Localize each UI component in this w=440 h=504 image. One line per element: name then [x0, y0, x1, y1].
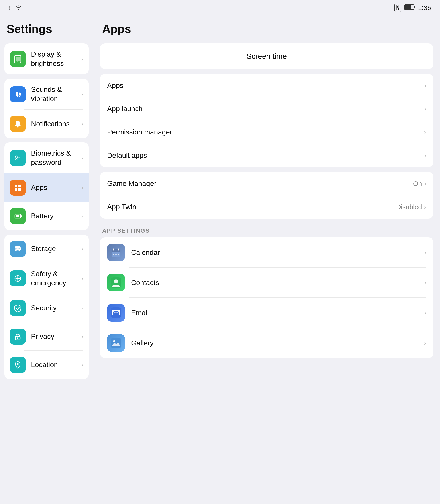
apps-sub-label: Apps — [107, 81, 424, 90]
permission-manager-chevron: › — [424, 129, 426, 136]
svg-rect-14 — [21, 215, 22, 217]
alert-icon: ! — [9, 4, 10, 11]
gallery-label: Gallery — [131, 339, 424, 347]
battery-settings-icon — [10, 208, 26, 224]
email-chevron: › — [424, 309, 426, 316]
email-icon — [107, 304, 125, 322]
safety-label: Safety & emergency — [31, 269, 79, 288]
sidebar-item-display[interactable]: Display & brightness › — [4, 43, 89, 74]
privacy-label: Privacy — [31, 332, 79, 341]
svg-point-8 — [15, 156, 18, 158]
settings-card-biometrics: Biometrics & password › Apps › — [4, 142, 89, 230]
battery-label: Battery — [31, 211, 79, 221]
privacy-chevron: › — [81, 333, 83, 340]
display-label: Display & brightness — [31, 50, 79, 68]
battery-chevron: › — [81, 212, 83, 220]
biometrics-chevron: › — [81, 154, 83, 162]
apps-panel-title: Apps — [100, 22, 433, 36]
location-label: Location — [31, 360, 79, 370]
biometrics-icon — [10, 150, 26, 166]
nfc-icon: N — [394, 3, 401, 12]
apps-chevron: › — [81, 184, 83, 191]
sidebar-item-battery[interactable]: Battery › — [4, 202, 89, 230]
svg-rect-39 — [111, 338, 121, 348]
apps-sub-chevron: › — [424, 82, 426, 89]
svg-rect-30 — [113, 249, 114, 251]
svg-marker-6 — [16, 91, 18, 97]
sidebar-item-safety[interactable]: Safety & emergency › — [4, 263, 89, 294]
storage-icon — [10, 241, 26, 257]
svg-point-25 — [17, 337, 18, 339]
svg-rect-12 — [18, 188, 21, 191]
settings-left-panel: Settings Display & brightness › — [0, 15, 93, 504]
apps-label: Apps — [31, 183, 79, 192]
svg-rect-10 — [18, 184, 21, 187]
safety-chevron: › — [81, 275, 83, 282]
svg-rect-2 — [414, 6, 415, 8]
svg-rect-34 — [118, 253, 119, 255]
contacts-app-item[interactable]: Contacts › — [100, 267, 433, 298]
contacts-chevron: › — [424, 279, 426, 286]
storage-chevron: › — [81, 245, 83, 252]
sounds-icon — [10, 86, 26, 102]
svg-point-40 — [113, 340, 115, 342]
sidebar-item-privacy[interactable]: Privacy › — [4, 322, 89, 351]
settings-card-storage: Storage › Safety & emergency › — [4, 235, 89, 379]
game-manager-value: On — [413, 180, 422, 187]
battery-icon — [404, 4, 416, 12]
gallery-icon — [107, 334, 125, 352]
gallery-chevron: › — [424, 339, 426, 347]
apps-sub-item[interactable]: Apps › — [100, 74, 433, 97]
game-manager-item[interactable]: Game Manager On › — [100, 172, 433, 195]
svg-rect-32 — [113, 253, 114, 255]
sidebar-item-security[interactable]: Security › — [4, 294, 89, 322]
email-label: Email — [131, 309, 424, 317]
default-apps-label: Default apps — [107, 151, 424, 159]
contacts-label: Contacts — [131, 279, 424, 287]
svg-point-36 — [114, 279, 118, 283]
game-manager-chevron: › — [424, 180, 426, 187]
app-launch-item[interactable]: App launch › — [100, 97, 433, 120]
svg-rect-1 — [405, 5, 411, 9]
default-apps-chevron: › — [424, 152, 426, 159]
svg-rect-4 — [16, 56, 20, 61]
contacts-icon — [107, 274, 125, 292]
storage-label: Storage — [31, 244, 79, 253]
sidebar-item-notifications[interactable]: Notifications › — [4, 110, 89, 138]
app-twin-chevron: › — [424, 203, 426, 210]
notifications-label: Notifications — [31, 119, 79, 129]
sidebar-item-storage[interactable]: Storage › — [4, 235, 89, 263]
status-left-icons: ! — [9, 4, 23, 12]
settings-card-display: Display & brightness › — [4, 43, 89, 74]
gallery-app-item[interactable]: Gallery › — [100, 328, 433, 358]
sidebar-item-location[interactable]: Location › — [4, 351, 89, 379]
sidebar-item-apps[interactable]: Apps › — [4, 173, 89, 202]
game-manager-label: Game Manager — [107, 180, 413, 188]
svg-point-26 — [17, 363, 19, 365]
email-app-item[interactable]: Email › — [100, 298, 433, 328]
svg-rect-15 — [15, 215, 19, 217]
sidebar-item-biometrics[interactable]: Biometrics & password › — [4, 142, 89, 173]
apps-main-card: Apps › App launch › Permission manager ›… — [100, 74, 433, 167]
svg-rect-33 — [115, 253, 117, 255]
security-chevron: › — [81, 305, 83, 312]
calendar-label: Calendar — [131, 249, 424, 257]
permission-manager-item[interactable]: Permission manager › — [100, 120, 433, 144]
svg-point-5 — [17, 61, 18, 62]
apps-icon — [10, 180, 26, 196]
privacy-icon — [10, 329, 26, 345]
screen-time-button[interactable]: Screen time — [100, 43, 433, 69]
app-twin-item[interactable]: App Twin Disabled › — [100, 195, 433, 219]
sidebar-item-sounds[interactable]: Sounds & vibration › — [4, 79, 89, 110]
sounds-label: Sounds & vibration — [31, 85, 79, 103]
calendar-app-item[interactable]: Calendar › — [100, 237, 433, 267]
default-apps-item[interactable]: Default apps › — [100, 144, 433, 167]
apps-right-panel: Apps Screen time Apps › App launch › Per… — [93, 15, 440, 504]
calendar-chevron: › — [424, 249, 426, 256]
display-chevron: › — [81, 56, 83, 63]
svg-rect-31 — [118, 249, 119, 251]
permission-manager-label: Permission manager — [107, 128, 424, 136]
time-display: 1:36 — [418, 4, 431, 12]
security-label: Security — [31, 304, 79, 313]
safety-icon — [10, 270, 26, 286]
